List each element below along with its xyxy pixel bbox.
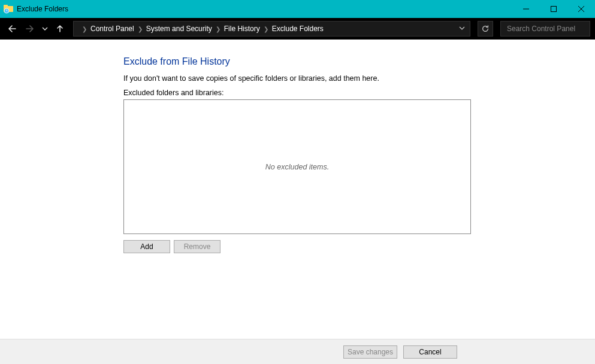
close-button[interactable] [567, 0, 595, 18]
excluded-items-list[interactable]: No excluded items. [123, 99, 471, 234]
chevron-right-icon: ❯ [264, 26, 268, 32]
breadcrumb-system-security[interactable]: System and Security [146, 25, 212, 33]
remove-button: Remove [174, 240, 221, 253]
chevron-right-icon: ❯ [216, 26, 221, 32]
address-dropdown[interactable] [459, 25, 465, 32]
chevron-right-icon: ❯ [82, 26, 87, 32]
window-controls [512, 0, 595, 18]
refresh-button[interactable] [478, 21, 493, 37]
chevron-right-icon: ❯ [138, 26, 143, 32]
svg-rect-4 [551, 7, 557, 12]
search-input[interactable] [506, 24, 595, 34]
nav-bar: ❯ Control Panel ❯ System and Security ❯ … [0, 18, 595, 40]
save-changes-button[interactable]: Save changes [343, 345, 397, 359]
app-icon [4, 4, 13, 14]
list-label: Excluded folders and libraries: [123, 89, 595, 97]
breadcrumb-exclude-folders[interactable]: Exclude Folders [272, 25, 324, 33]
title-bar-left: Exclude Folders [0, 4, 68, 14]
address-bar[interactable]: ❯ Control Panel ❯ System and Security ❯ … [73, 21, 470, 37]
title-bar: Exclude Folders [0, 0, 595, 18]
breadcrumb-control-panel[interactable]: Control Panel [90, 25, 134, 33]
forward-button[interactable] [23, 22, 37, 36]
maximize-button[interactable] [540, 0, 567, 18]
up-button[interactable] [53, 22, 67, 36]
footer-bar: Save changes Cancel [0, 339, 595, 364]
breadcrumb-file-history[interactable]: File History [224, 25, 260, 33]
svg-rect-1 [4, 5, 8, 7]
back-button[interactable] [5, 22, 19, 36]
list-buttons: Add Remove [123, 240, 595, 253]
window-title: Exclude Folders [17, 5, 68, 13]
minimize-button[interactable] [512, 0, 540, 18]
cancel-button[interactable]: Cancel [403, 345, 457, 359]
add-button[interactable]: Add [123, 240, 170, 253]
search-box[interactable] [500, 21, 590, 37]
empty-list-text: No excluded items. [265, 163, 329, 171]
recent-locations-dropdown[interactable] [41, 22, 49, 36]
content-area: Exclude from File History If you don't w… [0, 40, 595, 339]
page-description: If you don't want to save copies of spec… [123, 74, 595, 83]
page-heading: Exclude from File History [123, 56, 595, 67]
